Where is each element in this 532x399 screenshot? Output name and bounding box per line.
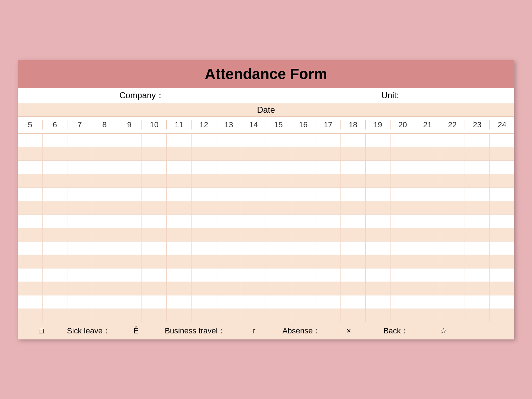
attendance-cell[interactable] <box>266 161 291 174</box>
attendance-cell[interactable] <box>216 201 241 214</box>
attendance-cell[interactable] <box>216 309 241 322</box>
attendance-cell[interactable] <box>67 228 92 241</box>
attendance-cell[interactable] <box>316 295 341 309</box>
attendance-cell[interactable] <box>67 255 92 268</box>
attendance-cell[interactable] <box>117 201 142 214</box>
attendance-cell[interactable] <box>490 161 514 174</box>
attendance-cell[interactable] <box>490 268 514 282</box>
attendance-cell[interactable] <box>366 268 390 282</box>
attendance-cell[interactable] <box>67 215 92 228</box>
attendance-cell[interactable] <box>142 228 167 241</box>
attendance-cell[interactable] <box>341 255 366 268</box>
attendance-cell[interactable] <box>142 295 167 309</box>
attendance-cell[interactable] <box>266 282 291 295</box>
attendance-cell[interactable] <box>43 201 67 214</box>
attendance-cell[interactable] <box>241 134 266 147</box>
attendance-cell[interactable] <box>43 215 67 228</box>
attendance-cell[interactable] <box>167 134 192 147</box>
attendance-cell[interactable] <box>142 201 167 214</box>
attendance-cell[interactable] <box>192 134 216 147</box>
attendance-cell[interactable] <box>390 201 415 214</box>
attendance-cell[interactable] <box>440 268 465 282</box>
attendance-cell[interactable] <box>92 228 117 241</box>
attendance-cell[interactable] <box>490 215 514 228</box>
attendance-cell[interactable] <box>167 161 192 174</box>
attendance-cell[interactable] <box>266 242 291 255</box>
attendance-cell[interactable] <box>390 188 415 201</box>
attendance-cell[interactable] <box>291 161 316 174</box>
attendance-cell[interactable] <box>167 255 192 268</box>
attendance-cell[interactable] <box>67 268 92 282</box>
attendance-cell[interactable] <box>490 282 514 295</box>
attendance-cell[interactable] <box>241 188 266 201</box>
attendance-cell[interactable] <box>465 201 490 214</box>
attendance-cell[interactable] <box>67 242 92 255</box>
attendance-cell[interactable] <box>440 242 465 255</box>
attendance-cell[interactable] <box>366 255 390 268</box>
attendance-cell[interactable] <box>415 268 440 282</box>
attendance-cell[interactable] <box>316 268 341 282</box>
attendance-cell[interactable] <box>117 134 142 147</box>
attendance-cell[interactable] <box>216 161 241 174</box>
attendance-cell[interactable] <box>440 134 465 147</box>
attendance-cell[interactable] <box>490 134 514 147</box>
attendance-cell[interactable] <box>192 228 216 241</box>
attendance-cell[interactable] <box>167 309 192 322</box>
attendance-cell[interactable] <box>18 201 43 214</box>
attendance-cell[interactable] <box>117 147 142 160</box>
attendance-cell[interactable] <box>92 309 117 322</box>
attendance-cell[interactable] <box>465 282 490 295</box>
attendance-cell[interactable] <box>67 201 92 214</box>
attendance-cell[interactable] <box>43 268 67 282</box>
attendance-cell[interactable] <box>216 147 241 160</box>
attendance-cell[interactable] <box>117 309 142 322</box>
attendance-cell[interactable] <box>192 188 216 201</box>
attendance-cell[interactable] <box>415 309 440 322</box>
attendance-cell[interactable] <box>490 147 514 160</box>
attendance-cell[interactable] <box>316 255 341 268</box>
attendance-cell[interactable] <box>291 201 316 214</box>
attendance-cell[interactable] <box>415 242 440 255</box>
attendance-cell[interactable] <box>266 174 291 187</box>
attendance-cell[interactable] <box>266 134 291 147</box>
attendance-cell[interactable] <box>18 161 43 174</box>
attendance-cell[interactable] <box>465 268 490 282</box>
attendance-cell[interactable] <box>390 268 415 282</box>
attendance-cell[interactable] <box>390 295 415 309</box>
attendance-cell[interactable] <box>390 242 415 255</box>
attendance-cell[interactable] <box>366 201 390 214</box>
attendance-cell[interactable] <box>266 215 291 228</box>
attendance-cell[interactable] <box>291 268 316 282</box>
attendance-cell[interactable] <box>67 147 92 160</box>
attendance-cell[interactable] <box>142 215 167 228</box>
attendance-cell[interactable] <box>92 134 117 147</box>
attendance-cell[interactable] <box>341 161 366 174</box>
attendance-cell[interactable] <box>117 188 142 201</box>
attendance-cell[interactable] <box>390 174 415 187</box>
attendance-cell[interactable] <box>18 147 43 160</box>
attendance-cell[interactable] <box>142 174 167 187</box>
attendance-cell[interactable] <box>316 282 341 295</box>
attendance-cell[interactable] <box>440 174 465 187</box>
attendance-cell[interactable] <box>241 309 266 322</box>
attendance-cell[interactable] <box>216 268 241 282</box>
attendance-cell[interactable] <box>43 147 67 160</box>
attendance-cell[interactable] <box>92 282 117 295</box>
attendance-cell[interactable] <box>117 215 142 228</box>
attendance-cell[interactable] <box>440 228 465 241</box>
attendance-cell[interactable] <box>142 255 167 268</box>
attendance-cell[interactable] <box>440 201 465 214</box>
attendance-cell[interactable] <box>266 228 291 241</box>
attendance-cell[interactable] <box>465 242 490 255</box>
attendance-cell[interactable] <box>465 295 490 309</box>
attendance-cell[interactable] <box>440 282 465 295</box>
attendance-cell[interactable] <box>415 255 440 268</box>
attendance-cell[interactable] <box>390 215 415 228</box>
attendance-cell[interactable] <box>266 295 291 309</box>
attendance-cell[interactable] <box>490 228 514 241</box>
attendance-cell[interactable] <box>316 134 341 147</box>
attendance-cell[interactable] <box>43 134 67 147</box>
attendance-cell[interactable] <box>216 255 241 268</box>
attendance-cell[interactable] <box>341 215 366 228</box>
attendance-cell[interactable] <box>291 215 316 228</box>
